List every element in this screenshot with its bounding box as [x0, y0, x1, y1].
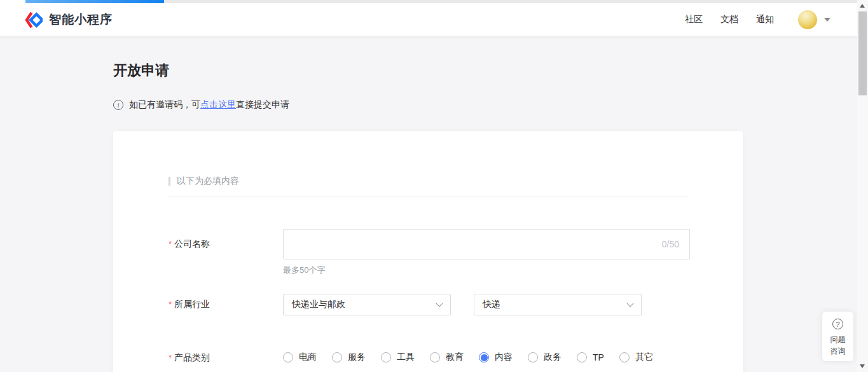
logo[interactable]: 智能小程序: [25, 11, 113, 29]
product-category-row: *产品类别 电商 服务 工具 教育: [169, 351, 689, 364]
industry-label: *所属行业: [169, 294, 283, 310]
vertical-scrollbar[interactable]: [857, 0, 868, 372]
help-button-label: 问题 咨询: [830, 334, 846, 357]
chevron-down-icon: [436, 300, 443, 307]
header-nav: 社区文档通知: [667, 10, 830, 29]
radio-option-label: 教育: [446, 352, 464, 363]
click-here-link[interactable]: 点击这里: [200, 99, 236, 109]
page-load-progress-bar: [25, 0, 164, 3]
company-name-field-group: 0/50 最多50个字: [283, 229, 690, 276]
section-divider: [169, 196, 689, 196]
industry-secondary-value: 快递: [483, 299, 500, 310]
radio-circle-icon[interactable]: [430, 352, 440, 362]
radio-option-label: TP: [593, 352, 604, 362]
radio-option[interactable]: 内容: [479, 352, 513, 363]
radio-circle-icon[interactable]: [283, 352, 293, 362]
page-load-progress-track: [0, 0, 857, 3]
industry-secondary-select[interactable]: 快递: [474, 294, 642, 315]
company-name-input[interactable]: [284, 230, 662, 259]
industry-primary-select[interactable]: 快递业与邮政: [283, 294, 451, 315]
help-consult-button[interactable]: ? 问题 咨询: [822, 312, 853, 361]
scrollbar-up-arrow-icon[interactable]: [860, 4, 865, 8]
radio-circle-icon[interactable]: [577, 352, 587, 362]
section-header-text: 以下为必填内容: [177, 176, 239, 187]
radio-option[interactable]: 电商: [283, 352, 317, 363]
required-asterisk: *: [169, 353, 172, 362]
char-counter: 0/50: [662, 239, 689, 249]
user-avatar[interactable]: [798, 10, 817, 29]
avatar-dropdown-caret-icon[interactable]: [824, 18, 830, 22]
radio-circle-icon[interactable]: [332, 352, 342, 362]
nav-item[interactable]: 通知: [756, 14, 774, 25]
page-title: 开放申请: [113, 61, 169, 80]
nav-item[interactable]: 文档: [720, 14, 738, 25]
radio-option-label: 电商: [299, 352, 317, 363]
application-form-card: 以下为必填内容 *公司名称 0/50 最多50个字 *所属行业 快递业与邮政: [113, 131, 743, 372]
radio-option[interactable]: 其它: [619, 352, 653, 363]
chevron-down-icon: [626, 300, 633, 307]
section-marker-bar: [169, 177, 170, 186]
logo-text: 智能小程序: [49, 11, 113, 28]
notice-text: 如已有邀请码，可点击这里直接提交申请: [129, 99, 289, 111]
radio-circle-icon[interactable]: [619, 352, 630, 362]
radio-option[interactable]: 政务: [528, 352, 561, 363]
product-category-radio-group: 电商 服务 工具 教育 内容 政务: [283, 351, 653, 363]
radio-option-label: 服务: [348, 352, 366, 363]
company-name-row: *公司名称 0/50 最多50个字: [169, 229, 689, 276]
radio-option-label: 其它: [635, 352, 653, 363]
top-header: 智能小程序 社区文档通知: [0, 3, 857, 37]
scrollbar-thumb[interactable]: [858, 11, 867, 95]
info-icon: i: [113, 100, 123, 110]
nav-item[interactable]: 社区: [685, 14, 703, 25]
radio-circle-icon[interactable]: [381, 352, 391, 362]
radio-option-label: 工具: [397, 352, 415, 363]
required-asterisk: *: [169, 300, 172, 309]
product-category-label: *产品类别: [169, 351, 283, 364]
radio-circle-icon[interactable]: [528, 352, 538, 362]
question-mark-icon: ?: [832, 319, 843, 329]
radio-option-label: 政务: [544, 352, 561, 363]
logo-icon: [25, 11, 43, 29]
radio-option[interactable]: TP: [577, 352, 604, 362]
radio-option[interactable]: 教育: [430, 352, 464, 363]
notice-suffix: 直接提交申请: [236, 99, 289, 109]
radio-option-label: 内容: [495, 352, 513, 363]
company-name-label: *公司名称: [169, 229, 283, 250]
radio-option[interactable]: 服务: [332, 352, 366, 363]
company-name-input-wrap: 0/50: [283, 229, 690, 259]
radio-option[interactable]: 工具: [381, 352, 415, 363]
company-name-helper: 最多50个字: [283, 265, 690, 276]
required-asterisk: *: [169, 239, 172, 249]
invite-code-notice: i 如已有邀请码，可点击这里直接提交申请: [113, 99, 289, 111]
industry-primary-value: 快递业与邮政: [292, 299, 345, 310]
required-section-header: 以下为必填内容: [169, 176, 689, 187]
page-load-progress-remainder: [164, 0, 857, 3]
notice-prefix: 如已有邀请码，可: [129, 99, 200, 109]
scrollbar-down-arrow-icon[interactable]: [860, 364, 865, 368]
radio-circle-icon[interactable]: [479, 352, 489, 362]
industry-row: *所属行业 快递业与邮政 快递: [169, 294, 689, 315]
